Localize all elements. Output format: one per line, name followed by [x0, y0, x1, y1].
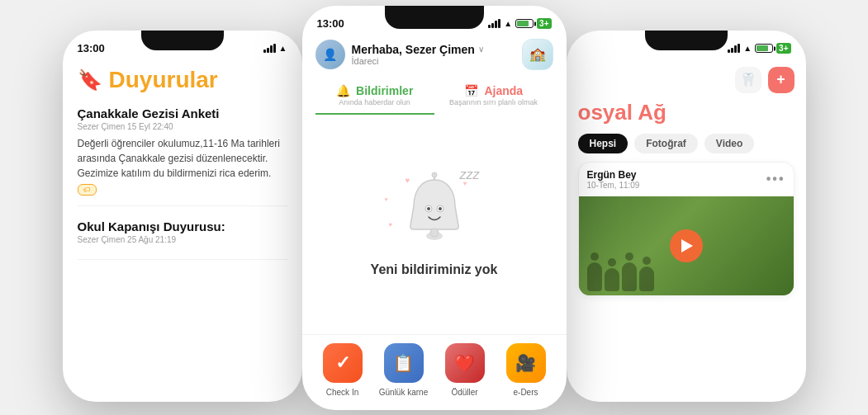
battery-level: 3+ — [537, 18, 551, 29]
announcement-title-2: Okul Kapanışı Duyurusu: — [78, 219, 287, 233]
phone-right: ▲ 3+ 🦷 + osyal Ağ Hepsi Fotoğraf Video — [567, 31, 806, 402]
time-left: 13:00 — [78, 42, 105, 54]
tab-ajanda-label: Ajanda — [484, 84, 523, 97]
status-icons-left: ▲ — [263, 44, 287, 53]
school-logo[interactable]: 🏫 — [522, 39, 553, 70]
play-triangle-icon — [681, 239, 693, 252]
post-user-info: Ergün Bey 10-Tem, 11:09 — [587, 169, 640, 190]
left-content: 🔖 Duyurular Çanakkale Gezisi Anketi Seze… — [63, 60, 302, 402]
wifi-icon-right: ▲ — [743, 44, 752, 53]
user-role: İdareci — [352, 56, 484, 66]
odul-icon: ❤️ — [454, 353, 475, 373]
status-icons-right: ▲ 3+ — [728, 43, 790, 54]
zzz-text: zzz — [460, 167, 480, 182]
checkin-icon-box: ✓ — [323, 343, 363, 383]
chevron-icon: ∨ — [478, 45, 484, 54]
silhouette-4 — [639, 266, 654, 291]
nav-odul[interactable]: ❤️ Ödüller — [434, 343, 496, 397]
silhouette-3 — [622, 262, 637, 291]
checkin-label: Check In — [326, 388, 358, 397]
silhouette-1 — [587, 262, 602, 291]
filter-tabs: Hepsi Fotoğraf Video — [578, 134, 794, 153]
odul-icon-box: ❤️ — [445, 343, 485, 383]
signal-icon-center — [488, 19, 500, 28]
right-top-bar: 🦷 + — [578, 67, 794, 93]
tooth-icon-btn[interactable]: 🦷 — [735, 67, 761, 93]
signal-icon-left — [263, 44, 276, 53]
battery-level-right: 3+ — [776, 43, 790, 54]
announcement-item-2[interactable]: Okul Kapanışı Duyurusu: Sezer Çimen 25 A… — [78, 219, 287, 260]
karne-icon: 📋 — [393, 353, 414, 373]
center-header: 👤 Merhaba, Sezer Çimen ∨ İdareci 🏫 — [302, 35, 567, 77]
announcement-item-1[interactable]: Çanakkale Gezisi Anketi Sezer Çimen 15 E… — [78, 106, 287, 206]
filter-tab-video[interactable]: Video — [704, 134, 754, 153]
post-user: Ergün Bey — [587, 169, 640, 181]
center-tabs: 🔔 Bildirimler Anında haberdar olun 📅 Aja… — [302, 77, 567, 115]
user-details: Merhaba, Sezer Çimen ∨ İdareci — [352, 43, 484, 66]
announcement-badge-1: 🏷 — [78, 184, 97, 196]
status-icons-center: ▲ 3+ — [488, 18, 551, 29]
karne-icon-box: 📋 — [384, 343, 424, 383]
announcement-text-1: Değerli öğrenciler okulumuz,11-16 Ma tar… — [78, 136, 287, 181]
nav-karne[interactable]: 📋 Günlük karne — [373, 343, 434, 397]
post-header: Ergün Bey 10-Tem, 11:09 ••• — [579, 163, 794, 196]
signal-icon-right — [728, 44, 740, 53]
battery-icon-center — [515, 19, 534, 28]
silhouette-2 — [605, 268, 619, 291]
play-button[interactable] — [670, 229, 703, 262]
user-name: Merhaba, Sezer Çimen — [352, 43, 475, 56]
heart-2: ♥ — [385, 196, 388, 202]
heart-1: ♥ — [406, 176, 410, 185]
silhouette-row — [587, 262, 654, 291]
tab-ajanda-sublabel: Başarının sırrı planlı olmak — [438, 98, 550, 106]
karne-label: Günlük karne — [379, 388, 428, 397]
announcement-meta-1: Sezer Çimen 15 Eyl 22:40 — [78, 122, 287, 131]
nav-checkin[interactable]: ✓ Check In — [312, 343, 373, 397]
empty-label: Yeni bildiriminiz yok — [371, 262, 498, 277]
svg-point-4 — [439, 207, 442, 210]
tab-bildirimler-sublabel: Anında haberdar olun — [319, 98, 431, 106]
notification-empty: ♥ ♥ ♥ ♥ — [302, 115, 567, 334]
tab-ajanda[interactable]: 📅 Ajanda Başarının sırrı planlı olmak — [434, 77, 553, 115]
plus-icon-btn[interactable]: + — [768, 67, 794, 93]
ders-icon: 🎥 — [515, 353, 536, 373]
phone-left: 13:00 ▲ 🔖 Duyurular Çanakkale Gezisi Ank… — [63, 31, 302, 402]
phones-container: 13:00 ▲ 🔖 Duyurular Çanakkale Gezisi Ank… — [0, 0, 868, 415]
post-image — [579, 196, 794, 295]
right-content: 🦷 + osyal Ağ Hepsi Fotoğraf Video Ergün … — [567, 60, 806, 402]
svg-point-6 — [432, 172, 437, 177]
sosyal-title: osyal Ağ — [578, 100, 794, 125]
odul-label: Ödüller — [451, 388, 477, 397]
heart-3: ♥ — [389, 221, 393, 229]
phone-center: 13:00 ▲ 3+ 👤 Merhaba, Sezer Çimen — [302, 6, 567, 410]
post-dots[interactable]: ••• — [766, 172, 785, 186]
notch-center — [385, 6, 484, 29]
post-date: 10-Tem, 11:09 — [587, 181, 640, 190]
bell-container: ♥ ♥ ♥ ♥ — [397, 172, 472, 249]
battery-icon-right — [755, 44, 773, 53]
svg-point-3 — [427, 207, 430, 210]
time-center: 13:00 — [317, 17, 344, 30]
duyurular-title: 🔖 Duyurular — [78, 67, 287, 93]
checkin-icon: ✓ — [335, 352, 350, 374]
bookmark-icon: 🔖 — [78, 68, 102, 92]
tab-bildirimler-label: Bildirimler — [356, 84, 413, 97]
filter-tab-fotograf[interactable]: Fotoğraf — [634, 134, 698, 153]
ders-label: e-Ders — [513, 388, 538, 397]
nav-ders[interactable]: 🎥 e-Ders — [496, 343, 557, 397]
tab-bildirimler[interactable]: 🔔 Bildirimler Anında haberdar olun — [315, 77, 434, 115]
calendar-tab-icon: 📅 — [464, 84, 478, 97]
user-info[interactable]: 👤 Merhaba, Sezer Çimen ∨ İdareci — [315, 40, 484, 69]
notch-left — [141, 31, 224, 50]
wifi-icon-left: ▲ — [279, 44, 287, 53]
wifi-icon-center: ▲ — [504, 19, 512, 28]
sosyal-title-text: osyal Ağ — [578, 100, 666, 125]
post-card[interactable]: Ergün Bey 10-Tem, 11:09 ••• — [578, 162, 794, 296]
announcement-title-1: Çanakkale Gezisi Anketi — [78, 106, 287, 120]
ders-icon-box: 🎥 — [506, 343, 546, 383]
announcement-meta-2: Sezer Çimen 25 Ağu 21:19 — [78, 235, 287, 244]
filter-tab-hepsi[interactable]: Hepsi — [578, 134, 628, 153]
bottom-nav: ✓ Check In 📋 Günlük karne ❤️ Ödüller — [302, 334, 567, 410]
post-image-bg — [579, 196, 794, 295]
notch-right — [645, 31, 728, 50]
